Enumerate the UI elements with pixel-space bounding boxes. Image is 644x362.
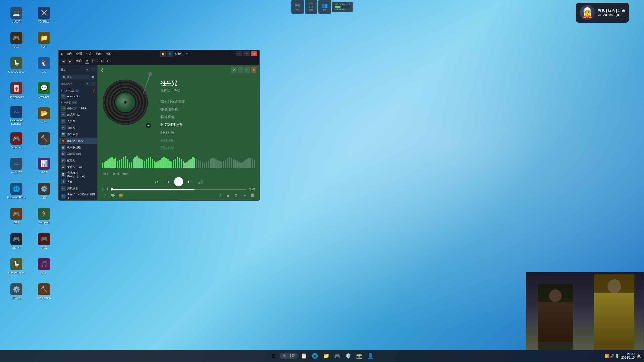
steam-user-icon-bell[interactable]: 🔔 xyxy=(160,51,166,57)
steam-user-dropdown[interactable]: ▼ xyxy=(186,53,188,55)
steam-menu-store[interactable]: 商店 xyxy=(66,52,72,56)
queue-button[interactable]: ≡ xyxy=(241,192,247,198)
desktop-icon-music[interactable]: 🎵 音乐 xyxy=(30,254,58,279)
taskbar-steam-app[interactable]: 🎮 xyxy=(332,351,342,361)
music-player-close-button[interactable]: ✕ xyxy=(251,67,256,73)
tray-volume-icon[interactable]: 🔊 xyxy=(610,354,614,358)
desktop-icon-edge[interactable]: 🌐 Microsoft Edge xyxy=(3,178,30,204)
sidebar-expand-button[interactable]: ▼ xyxy=(85,82,90,86)
desktop-icon-game2[interactable]: 🎮 G2A xyxy=(3,204,30,229)
desktop-icon-wechat[interactable]: 💬 WeChat xyxy=(30,78,58,103)
sidebar-item-game3[interactable]: 🎮 太多数 xyxy=(59,118,97,124)
vinyl-queue-button[interactable]: ☰ xyxy=(146,123,151,128)
sidebar-item-mahjong[interactable]: 🀄 雀魂麻将(MahjongSoul) xyxy=(59,170,97,178)
desktop-icon-qq[interactable]: 🐧 QQ xyxy=(30,53,58,78)
sidebar-item-girl[interactable]: 👧 女孩行 开端 xyxy=(59,164,97,170)
tray-battery-icon[interactable]: 🔋 xyxy=(615,354,619,358)
sidebar-item-away-out[interactable]: 🎮 A Way Out xyxy=(59,93,97,99)
heart-button[interactable]: ♡ xyxy=(102,192,108,198)
steam-back-button[interactable]: ◀ xyxy=(61,59,66,64)
desktop-icon-ug[interactable]: ⚙️ UG软件 xyxy=(3,279,30,304)
music-player-pip-button[interactable]: ⤢ xyxy=(231,67,237,73)
settings-button[interactable]: ⚙ xyxy=(233,192,239,198)
sidebar-add-button[interactable]: + xyxy=(91,82,95,86)
sidebar-home-label[interactable]: 主页 xyxy=(61,67,67,72)
desktop-icon-game3[interactable]: 🎮 游戏2 xyxy=(30,229,58,254)
desktop-icon-lol2[interactable]: LOL League of Legends xyxy=(3,103,30,128)
steam-forward-button[interactable]: ▶ xyxy=(67,59,73,64)
sidebar-item-game1[interactable]: 🌙 不妄之夜：回魂 xyxy=(59,105,97,111)
desktop-icon-mahjong[interactable]: 🀄 MahjongApp xyxy=(3,78,30,103)
desktop-icon-goose2[interactable]: 🪿 GooseGoose xyxy=(3,254,30,279)
sidebar-search-input[interactable]: 搜索 xyxy=(67,76,72,79)
sidebar-item-mecha[interactable]: 🤖 机甲联机版 xyxy=(59,144,97,151)
emoji-button[interactable]: 😊 xyxy=(118,192,124,198)
taskbar-start-button[interactable]: ⊞ xyxy=(269,351,279,361)
top-bar-music-icon[interactable]: 🎵 音乐 xyxy=(305,0,317,14)
desktop-icon-steam[interactable]: 🎮 Steam xyxy=(3,229,30,254)
share-button[interactable]: ⤴ xyxy=(217,192,223,198)
steam-menu-games[interactable]: 游戏 xyxy=(96,52,102,56)
sidebar-item-surround[interactable]: 👥 生存了！我被美女包围了！ xyxy=(59,192,97,200)
next-button[interactable]: ⏭ xyxy=(186,178,194,186)
chat-button[interactable]: 💬 xyxy=(110,192,116,198)
player-progress-bar[interactable] xyxy=(111,189,247,190)
taskbar-clock[interactable]: 21:30 2024/1/15 xyxy=(621,352,635,359)
steam-menu-friends[interactable]: 好友 xyxy=(86,52,92,56)
sidebar-settings-button[interactable]: ⋮ xyxy=(91,67,95,72)
desktop-icon-lol3[interactable]: LOL 英雄联盟 xyxy=(3,153,30,178)
taskbar-task-view[interactable]: 📋 xyxy=(299,351,309,361)
sidebar-item-love[interactable]: 💕 恋爱单选题 xyxy=(59,151,97,157)
desktop-icon-chart[interactable]: 📊 软件6 xyxy=(30,153,58,178)
desktop-icon-valorant[interactable]: 🎮 Valorant xyxy=(3,128,30,153)
desktop-icon-folder[interactable]: 📁 软件 xyxy=(30,28,58,53)
steam-close-button[interactable]: ✕ xyxy=(251,51,257,56)
tray-notification-icon[interactable]: 🔔 xyxy=(637,354,641,358)
steam-maximize-button[interactable]: □ xyxy=(243,51,250,56)
sidebar-item-game4[interactable]: 🎮 嗨出发 xyxy=(59,124,97,131)
steam-minimize-button[interactable]: — xyxy=(236,51,242,56)
desktop-icon-goose[interactable]: 🪿 GooseGoose xyxy=(3,53,30,78)
taskbar-user[interactable]: 👤 xyxy=(365,351,375,361)
desktop-icon-jumping[interactable]: 🏃 Jumping xyxy=(30,204,58,229)
sidebar-item-black-myth[interactable]: 🐒 黑神话：悟空 xyxy=(59,138,97,144)
steam-menu-view[interactable]: 查看 xyxy=(76,52,82,56)
taskbar-explorer[interactable]: 📁 xyxy=(321,351,331,361)
volume-button[interactable]: 🔊 xyxy=(197,178,204,186)
taskbar-search-bar[interactable]: 🔍 搜索 xyxy=(280,353,298,359)
shuffle-button[interactable]: ⇄ xyxy=(153,178,160,186)
desktop-icon-game1[interactable]: 🎮 游戏 xyxy=(3,28,30,53)
top-bar-game-icon[interactable]: 🎮 游戏 xyxy=(291,0,304,14)
sidebar-item-deep[interactable]: 🕳️ 深坑探洞 xyxy=(59,185,97,192)
sidebar-item-gangdao[interactable]: 🏙️ 港岛实录 xyxy=(59,131,97,138)
music-player-collapse-button[interactable]: ❮ xyxy=(101,68,104,72)
lyrics-button[interactable]: 📝 xyxy=(249,192,255,198)
desktop-icon-tool[interactable]: 🔨 工具 xyxy=(30,128,58,153)
sidebar-item-game2[interactable]: 🎮 超凡双娱2 xyxy=(59,111,97,118)
playlist-button[interactable]: ☰ xyxy=(225,192,231,198)
steam-nav-store[interactable]: 商店 xyxy=(76,59,82,64)
sidebar-grid-view-button[interactable]: ⊞ xyxy=(85,67,90,72)
taskbar-edge[interactable]: 🌐 xyxy=(310,351,320,361)
desktop-icon-folder2[interactable]: 📂 文件 xyxy=(30,103,58,128)
sidebar-filter-button[interactable]: ☰ xyxy=(90,75,95,80)
play-pause-button[interactable]: ⏸ xyxy=(174,177,183,186)
desktop-icon-lol[interactable]: ⚔️ 英雄联盟 xyxy=(30,3,58,28)
top-bar-friend-icon[interactable]: 👥 好友 xyxy=(318,0,331,14)
steam-username[interactable]: SHIYE xyxy=(175,52,184,56)
taskbar-defender[interactable]: 🛡️ xyxy=(343,351,353,361)
desktop-icon-blacksmith[interactable]: 🔨 Blacksmith xyxy=(30,279,58,304)
steam-menu-help[interactable]: 帮助 xyxy=(106,52,112,56)
prev-button[interactable]: ⏮ xyxy=(164,178,171,186)
sidebar-item-mermaid[interactable]: 🧜 人鱼 xyxy=(59,178,97,185)
taskbar-camera[interactable]: 📸 xyxy=(354,351,364,361)
waveform-container[interactable] xyxy=(98,156,259,168)
steam-nav-user[interactable]: SHIYE xyxy=(101,59,111,64)
steam-user-icon-friend[interactable]: 👤 xyxy=(167,51,173,57)
desktop-icon-this-pc[interactable]: 💻 此电脑 xyxy=(3,3,30,28)
steam-nav-library[interactable]: 库 xyxy=(85,59,89,64)
sidebar-item-party[interactable]: 🎉 橙派对 xyxy=(59,157,97,164)
steam-nav-community[interactable]: 社区 xyxy=(92,59,98,64)
desktop-icon-settings[interactable]: ⚙️ 设置 xyxy=(30,178,58,204)
tray-network-icon[interactable]: 📶 xyxy=(605,354,609,358)
